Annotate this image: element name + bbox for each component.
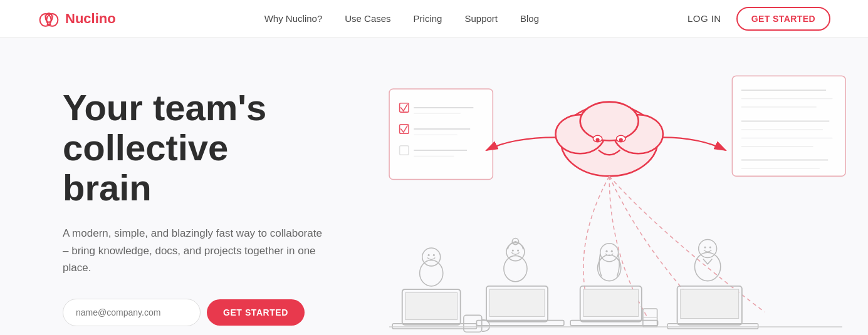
svg-point-65 (709, 246, 711, 248)
svg-point-57 (605, 250, 607, 252)
svg-rect-60 (681, 289, 739, 318)
svg-point-3 (44, 14, 47, 18)
hero-title: Your team's collective brain (63, 88, 326, 207)
svg-rect-15 (732, 76, 845, 176)
svg-point-28 (580, 102, 639, 141)
hero-form: GET STARTED (63, 299, 326, 326)
logo[interactable]: Nuclino (38, 8, 116, 30)
svg-point-40 (428, 254, 430, 256)
svg-point-64 (704, 246, 706, 248)
svg-rect-43 (489, 289, 545, 316)
svg-point-38 (420, 260, 443, 286)
svg-point-31 (595, 138, 599, 142)
hero-content: Your team's collective brain A modern, s… (0, 38, 363, 326)
svg-point-62 (694, 252, 720, 281)
svg-point-32 (619, 138, 623, 142)
get-started-nav-button[interactable]: GET STARTED (736, 7, 830, 31)
navbar: Nuclino Why Nuclino? Use Cases Pricing S… (0, 0, 868, 38)
nav-item-support[interactable]: Support (464, 13, 498, 24)
svg-rect-5 (389, 89, 493, 180)
svg-point-63 (699, 240, 717, 258)
brain-icon (38, 8, 60, 30)
nav-item-why-nuclino[interactable]: Why Nuclino? (264, 13, 323, 24)
illustration-svg (363, 50, 868, 335)
svg-point-39 (422, 248, 441, 266)
svg-point-41 (433, 254, 435, 256)
svg-point-48 (512, 250, 514, 252)
svg-point-55 (598, 255, 621, 281)
logo-text: Nuclino (65, 11, 116, 27)
nav-links: Why Nuclino? Use Cases Pricing Support B… (264, 13, 539, 24)
email-input[interactable] (63, 299, 201, 326)
svg-point-4 (51, 14, 54, 18)
svg-point-58 (611, 250, 613, 252)
nav-item-blog[interactable]: Blog (520, 13, 539, 24)
svg-rect-35 (405, 292, 458, 319)
hero-section: Your team's collective brain A modern, s… (0, 38, 868, 335)
nav-item-use-cases[interactable]: Use Cases (345, 13, 390, 24)
nav-right: LOG IN GET STARTED (688, 7, 830, 31)
svg-point-56 (600, 244, 619, 262)
svg-point-49 (517, 250, 519, 252)
login-button[interactable]: LOG IN (688, 13, 721, 24)
nav-item-pricing[interactable]: Pricing (414, 13, 442, 24)
hero-illustration (363, 38, 868, 335)
get-started-hero-button[interactable]: GET STARTED (207, 299, 305, 326)
svg-point-45 (504, 255, 527, 281)
svg-rect-51 (583, 289, 639, 316)
hero-subtitle: A modern, simple, and blazingly fast way… (63, 225, 326, 276)
